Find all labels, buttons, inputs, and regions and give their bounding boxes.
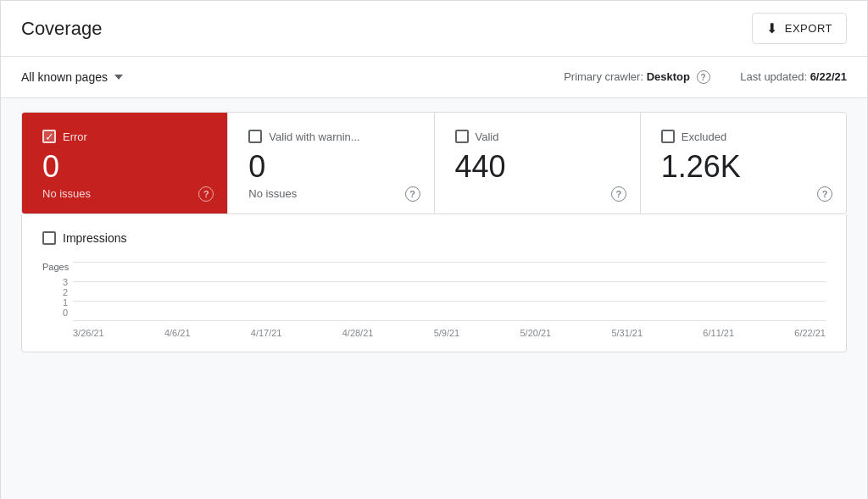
download-icon: ⬇ — [766, 20, 778, 36]
chart-y-axis: Pages 3 2 1 0 — [42, 262, 73, 338]
valid-label: Valid — [476, 130, 499, 143]
dropdown-label: All known pages — [21, 70, 108, 84]
card-valid-header: Valid — [455, 130, 620, 143]
page-title: Coverage — [21, 18, 102, 40]
y-label-0: 0 — [42, 308, 73, 318]
toolbar-meta: Primary crawler: Desktop ? Last updated:… — [564, 70, 847, 85]
chart-legend: Impressions — [42, 231, 826, 245]
chart-x-labels: 3/26/21 4/6/21 4/17/21 4/28/21 5/9/21 5/… — [73, 328, 826, 338]
valid-help-icon[interactable]: ? — [611, 186, 626, 202]
legend-checkbox[interactable] — [42, 231, 56, 245]
valid-warning-label: Valid with warnin... — [269, 130, 359, 143]
card-error[interactable]: ✓ Error 0 No issues ? — [22, 113, 228, 213]
error-help-icon[interactable]: ? — [198, 186, 214, 202]
valid-count: 440 — [455, 150, 620, 184]
grid-line-2 — [73, 281, 826, 282]
grid-line-0 — [73, 320, 826, 321]
excluded-label: Excluded — [682, 130, 726, 143]
chart-body: Pages 3 2 1 0 — [42, 262, 826, 338]
x-label-6: 5/31/21 — [611, 328, 643, 338]
x-label-1: 4/6/21 — [164, 328, 191, 338]
y-label-3: 3 — [42, 277, 73, 287]
export-button[interactable]: ⬇ EXPORT — [752, 13, 847, 44]
chart-grid-area — [73, 262, 826, 321]
error-label: Error — [63, 130, 87, 143]
card-valid-warning[interactable]: Valid with warnin... 0 No issues ? — [228, 113, 434, 213]
crawler-value: Desktop — [647, 70, 690, 83]
valid-checkbox[interactable] — [455, 130, 469, 143]
valid-warning-checkbox[interactable] — [248, 130, 262, 143]
x-label-4: 5/9/21 — [434, 328, 460, 338]
error-checkbox[interactable]: ✓ — [42, 130, 56, 143]
x-label-7: 6/11/21 — [703, 328, 734, 338]
chart-plot-area: 3/26/21 4/6/21 4/17/21 4/28/21 5/9/21 5/… — [73, 262, 826, 338]
card-error-header: ✓ Error — [42, 130, 207, 143]
last-updated-label: Last updated: — [740, 70, 807, 83]
pages-dropdown[interactable]: All known pages — [21, 67, 123, 87]
cards-container: ✓ Error 0 No issues ? Valid with warnin.… — [21, 112, 847, 214]
chevron-down-icon — [114, 75, 123, 80]
toolbar: All known pages Primary crawler: Desktop… — [1, 57, 867, 98]
excluded-checkbox[interactable] — [661, 130, 675, 143]
last-updated-value: 6/22/21 — [810, 70, 847, 83]
x-label-3: 4/28/21 — [342, 328, 374, 338]
grid-line-3 — [73, 262, 826, 263]
x-label-2: 4/17/21 — [251, 328, 282, 338]
y-label-2: 2 — [42, 287, 73, 297]
x-label-5: 5/20/21 — [520, 328, 551, 338]
checkmark-icon: ✓ — [45, 130, 54, 143]
chart-container: Impressions Pages 3 2 1 0 — [21, 214, 847, 352]
error-count: 0 — [42, 150, 207, 184]
x-label-0: 3/26/21 — [73, 328, 104, 338]
main-content: ✓ Error 0 No issues ? Valid with warnin.… — [1, 98, 867, 499]
card-valid-warning-header: Valid with warnin... — [248, 130, 413, 143]
card-valid[interactable]: Valid 440 ? — [435, 113, 641, 213]
crawler-label: Primary crawler: — [564, 70, 643, 83]
card-excluded-header: Excluded — [661, 130, 826, 143]
header: Coverage ⬇ EXPORT — [1, 1, 867, 57]
valid-warning-status: No issues — [248, 187, 413, 200]
error-status: No issues — [42, 187, 207, 200]
y-label-1: 1 — [42, 297, 73, 308]
card-excluded[interactable]: Excluded 1.26K ? — [641, 113, 846, 213]
chart-legend-label: Impressions — [63, 231, 126, 245]
valid-warning-help-icon[interactable]: ? — [405, 186, 420, 202]
grid-line-1 — [73, 301, 826, 302]
export-label: EXPORT — [785, 22, 832, 35]
y-title: Pages — [42, 262, 73, 272]
help-icon-crawler[interactable]: ? — [697, 70, 710, 84]
excluded-help-icon[interactable]: ? — [817, 186, 832, 202]
valid-warning-count: 0 — [248, 150, 413, 184]
x-label-8: 6/22/21 — [794, 328, 826, 338]
excluded-count: 1.26K — [661, 150, 826, 184]
